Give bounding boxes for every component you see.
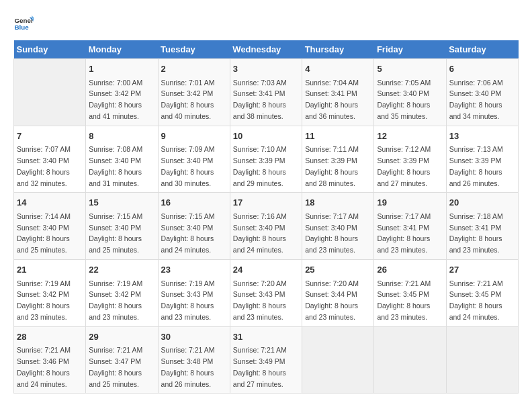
day-info: Sunrise: 7:21 AM Sunset: 3:45 PM Dayligh… xyxy=(377,278,443,323)
day-number: 3 xyxy=(233,62,299,76)
calendar-cell: 21Sunrise: 7:19 AM Sunset: 3:42 PM Dayli… xyxy=(14,260,86,327)
day-info: Sunrise: 7:12 AM Sunset: 3:39 PM Dayligh… xyxy=(377,144,443,189)
day-info: Sunrise: 7:16 AM Sunset: 3:40 PM Dayligh… xyxy=(233,211,299,256)
calendar-cell: 25Sunrise: 7:20 AM Sunset: 3:44 PM Dayli… xyxy=(302,260,374,327)
day-info: Sunrise: 7:08 AM Sunset: 3:40 PM Dayligh… xyxy=(89,144,154,189)
calendar-cell: 19Sunrise: 7:17 AM Sunset: 3:41 PM Dayli… xyxy=(374,193,446,260)
header-sunday: Sunday xyxy=(14,40,86,59)
day-number: 11 xyxy=(305,130,371,143)
calendar-cell: 20Sunrise: 7:18 AM Sunset: 3:41 PM Dayli… xyxy=(446,193,518,260)
logo: General Blue xyxy=(13,13,34,34)
calendar-cell: 10Sunrise: 7:10 AM Sunset: 3:39 PM Dayli… xyxy=(230,126,302,193)
day-info: Sunrise: 7:18 AM Sunset: 3:41 PM Dayligh… xyxy=(449,211,515,256)
day-number: 9 xyxy=(161,130,227,143)
day-number: 6 xyxy=(449,62,515,76)
day-number: 27 xyxy=(449,263,515,277)
day-number: 17 xyxy=(233,196,299,210)
calendar-week-row: 21Sunrise: 7:19 AM Sunset: 3:42 PM Dayli… xyxy=(14,260,519,327)
day-info: Sunrise: 7:10 AM Sunset: 3:39 PM Dayligh… xyxy=(233,144,299,189)
day-info: Sunrise: 7:17 AM Sunset: 3:40 PM Dayligh… xyxy=(305,211,371,256)
day-number: 14 xyxy=(17,196,83,210)
calendar-cell: 26Sunrise: 7:21 AM Sunset: 3:45 PM Dayli… xyxy=(374,260,446,327)
calendar-cell: 17Sunrise: 7:16 AM Sunset: 3:40 PM Dayli… xyxy=(230,193,302,260)
day-info: Sunrise: 7:09 AM Sunset: 3:40 PM Dayligh… xyxy=(161,144,227,189)
day-number: 24 xyxy=(233,263,299,277)
calendar-week-row: 28Sunrise: 7:21 AM Sunset: 3:46 PM Dayli… xyxy=(14,326,519,394)
day-info: Sunrise: 7:04 AM Sunset: 3:41 PM Dayligh… xyxy=(305,77,371,122)
day-info: Sunrise: 7:00 AM Sunset: 3:42 PM Dayligh… xyxy=(89,77,154,122)
day-info: Sunrise: 7:19 AM Sunset: 3:42 PM Dayligh… xyxy=(17,278,83,323)
calendar-cell: 2Sunrise: 7:01 AM Sunset: 3:42 PM Daylig… xyxy=(158,59,230,126)
day-info: Sunrise: 7:03 AM Sunset: 3:41 PM Dayligh… xyxy=(233,77,299,122)
day-info: Sunrise: 7:13 AM Sunset: 3:39 PM Dayligh… xyxy=(449,144,515,189)
day-number: 16 xyxy=(161,196,227,210)
day-info: Sunrise: 7:15 AM Sunset: 3:40 PM Dayligh… xyxy=(161,211,227,256)
calendar-cell: 18Sunrise: 7:17 AM Sunset: 3:40 PM Dayli… xyxy=(302,193,374,260)
day-info: Sunrise: 7:21 AM Sunset: 3:45 PM Dayligh… xyxy=(449,278,515,323)
day-number: 21 xyxy=(17,263,83,277)
page-header: General Blue xyxy=(13,13,519,34)
calendar-cell: 12Sunrise: 7:12 AM Sunset: 3:39 PM Dayli… xyxy=(374,126,446,193)
calendar-week-row: 14Sunrise: 7:14 AM Sunset: 3:40 PM Dayli… xyxy=(14,193,519,260)
day-info: Sunrise: 7:20 AM Sunset: 3:43 PM Dayligh… xyxy=(233,278,299,323)
day-number: 4 xyxy=(305,62,371,76)
header-monday: Monday xyxy=(86,40,158,59)
header-wednesday: Wednesday xyxy=(230,40,302,59)
day-number: 5 xyxy=(377,62,443,76)
day-info: Sunrise: 7:07 AM Sunset: 3:40 PM Dayligh… xyxy=(17,144,83,189)
calendar-cell: 16Sunrise: 7:15 AM Sunset: 3:40 PM Dayli… xyxy=(158,193,230,260)
day-info: Sunrise: 7:15 AM Sunset: 3:40 PM Dayligh… xyxy=(89,211,154,256)
day-number: 1 xyxy=(89,62,154,76)
calendar-cell xyxy=(446,326,518,394)
calendar-cell: 15Sunrise: 7:15 AM Sunset: 3:40 PM Dayli… xyxy=(86,193,158,260)
calendar-week-row: 1Sunrise: 7:00 AM Sunset: 3:42 PM Daylig… xyxy=(14,59,519,126)
day-info: Sunrise: 7:20 AM Sunset: 3:44 PM Dayligh… xyxy=(305,278,371,323)
calendar-cell: 4Sunrise: 7:04 AM Sunset: 3:41 PM Daylig… xyxy=(302,59,374,126)
calendar-cell: 7Sunrise: 7:07 AM Sunset: 3:40 PM Daylig… xyxy=(14,126,86,193)
day-number: 28 xyxy=(17,330,83,344)
day-number: 26 xyxy=(377,263,443,277)
day-info: Sunrise: 7:05 AM Sunset: 3:40 PM Dayligh… xyxy=(377,77,443,122)
header-saturday: Saturday xyxy=(446,40,518,59)
day-number: 20 xyxy=(449,196,515,210)
calendar-cell: 6Sunrise: 7:06 AM Sunset: 3:40 PM Daylig… xyxy=(446,59,518,126)
calendar-cell: 27Sunrise: 7:21 AM Sunset: 3:45 PM Dayli… xyxy=(446,260,518,327)
calendar-week-row: 7Sunrise: 7:07 AM Sunset: 3:40 PM Daylig… xyxy=(14,126,519,193)
day-number: 8 xyxy=(89,130,154,143)
calendar-cell: 1Sunrise: 7:00 AM Sunset: 3:42 PM Daylig… xyxy=(86,59,158,126)
day-number: 29 xyxy=(89,330,154,344)
day-number: 18 xyxy=(305,196,371,210)
calendar-cell: 5Sunrise: 7:05 AM Sunset: 3:40 PM Daylig… xyxy=(374,59,446,126)
day-info: Sunrise: 7:21 AM Sunset: 3:49 PM Dayligh… xyxy=(233,345,299,390)
day-info: Sunrise: 7:21 AM Sunset: 3:47 PM Dayligh… xyxy=(89,345,154,390)
day-number: 10 xyxy=(233,130,299,143)
day-number: 2 xyxy=(161,62,227,76)
day-number: 12 xyxy=(377,130,443,143)
calendar-cell: 31Sunrise: 7:21 AM Sunset: 3:49 PM Dayli… xyxy=(230,326,302,394)
day-number: 30 xyxy=(161,330,227,344)
calendar-cell: 14Sunrise: 7:14 AM Sunset: 3:40 PM Dayli… xyxy=(14,193,86,260)
calendar-cell: 24Sunrise: 7:20 AM Sunset: 3:43 PM Dayli… xyxy=(230,260,302,327)
day-info: Sunrise: 7:19 AM Sunset: 3:42 PM Dayligh… xyxy=(89,278,154,323)
day-number: 13 xyxy=(449,130,515,143)
calendar-cell: 3Sunrise: 7:03 AM Sunset: 3:41 PM Daylig… xyxy=(230,59,302,126)
day-info: Sunrise: 7:14 AM Sunset: 3:40 PM Dayligh… xyxy=(17,211,83,256)
calendar-cell: 28Sunrise: 7:21 AM Sunset: 3:46 PM Dayli… xyxy=(14,326,86,394)
day-number: 22 xyxy=(89,263,154,277)
day-info: Sunrise: 7:11 AM Sunset: 3:39 PM Dayligh… xyxy=(305,144,371,189)
calendar-cell: 9Sunrise: 7:09 AM Sunset: 3:40 PM Daylig… xyxy=(158,126,230,193)
header-tuesday: Tuesday xyxy=(158,40,230,59)
calendar-cell xyxy=(302,326,374,394)
calendar-cell: 23Sunrise: 7:19 AM Sunset: 3:43 PM Dayli… xyxy=(158,260,230,327)
day-number: 7 xyxy=(17,130,83,143)
calendar-cell xyxy=(14,59,86,126)
logo-icon: General Blue xyxy=(13,13,34,34)
day-number: 15 xyxy=(89,196,154,210)
day-number: 25 xyxy=(305,263,371,277)
header-friday: Friday xyxy=(374,40,446,59)
calendar-table: SundayMondayTuesdayWednesdayThursdayFrid… xyxy=(13,40,519,394)
day-info: Sunrise: 7:17 AM Sunset: 3:41 PM Dayligh… xyxy=(377,211,443,256)
day-info: Sunrise: 7:19 AM Sunset: 3:43 PM Dayligh… xyxy=(161,278,227,323)
calendar-cell: 30Sunrise: 7:21 AM Sunset: 3:48 PM Dayli… xyxy=(158,326,230,394)
day-info: Sunrise: 7:21 AM Sunset: 3:46 PM Dayligh… xyxy=(17,345,83,390)
